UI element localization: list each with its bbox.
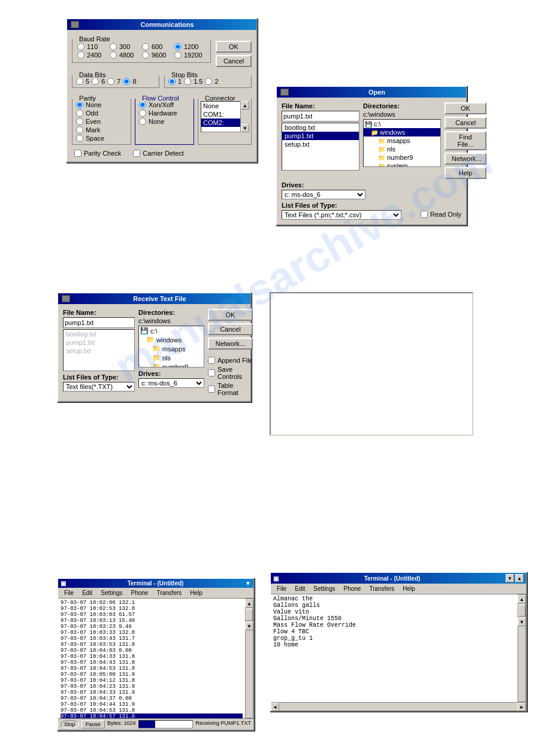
data-6[interactable]: 6 [92, 78, 105, 85]
data-7[interactable]: 7 [107, 78, 120, 85]
terminal-small-menu-settings[interactable]: Settings [97, 589, 126, 597]
connector-com2[interactable]: COM2: [201, 119, 246, 127]
terminal-large-scroll-right[interactable]: ► [518, 703, 526, 711]
open-network-button[interactable]: Network... [445, 153, 486, 165]
terminal-small-scroll-thumb[interactable] [246, 609, 253, 621]
receive-filename-input[interactable] [63, 317, 135, 328]
receive-tree-windows[interactable]: 📁 windows [139, 335, 204, 344]
terminal-stop-button[interactable]: Stop [61, 720, 79, 728]
terminal-large-maximize[interactable]: ▲ [515, 574, 524, 582]
terminal-large-menu-phone[interactable]: Phone [340, 585, 365, 593]
parity-odd[interactable]: Odd [76, 110, 127, 117]
comm-cancel-button[interactable]: Cancel [216, 55, 252, 67]
open-filename-input[interactable] [282, 111, 359, 122]
baud-1200[interactable]: 1200 [174, 43, 205, 50]
receive-table-format[interactable]: Table Format [208, 382, 253, 396]
baud-2400[interactable]: 2400 [77, 51, 108, 59]
receive-cancel-button[interactable]: Cancel [208, 323, 253, 335]
stop-15[interactable]: 1.5 [184, 78, 202, 85]
connector-scroll-up[interactable]: ▲ [241, 101, 249, 110]
open-help-button[interactable]: Help [445, 167, 486, 179]
receive-tree-msapps[interactable]: 📁 msapps [139, 344, 204, 353]
open-file-bootlog[interactable]: bootlog.txt [282, 123, 359, 132]
terminal-small-menu-edit[interactable]: Edit [78, 589, 96, 597]
receive-file-bootlog[interactable]: bootlog.txt [64, 330, 134, 338]
terminal-large-menu-help[interactable]: Help [399, 585, 419, 593]
baud-19200[interactable]: 19200 [174, 51, 205, 59]
terminal-small-menu-phone[interactable]: Phone [128, 589, 152, 597]
data-8[interactable]: 8 [123, 78, 136, 85]
tree-system[interactable]: 📁 system [364, 162, 440, 167]
terminal-large-menu-file[interactable]: File [273, 585, 290, 593]
connector-none[interactable]: None [201, 102, 246, 110]
parity-mark[interactable]: Mark [76, 126, 127, 133]
receive-tree-number9[interactable]: 📁 number9 [139, 362, 204, 368]
receive-drives-select[interactable]: c: ms-dos_6 [138, 378, 204, 388]
receive-tree-nls[interactable]: 📁 nls [139, 353, 204, 362]
receive-file-setup[interactable]: setup.txt [64, 347, 134, 355]
open-findfile-button[interactable]: Find File... [445, 131, 486, 150]
carrier-detect[interactable]: Carrier Detect [133, 150, 183, 157]
tree-number9[interactable]: 📁 number9 [364, 153, 440, 162]
baud-4800[interactable]: 4800 [110, 51, 141, 59]
data-5[interactable]: 5 [76, 78, 89, 85]
receive-network-button[interactable]: Network... [208, 338, 253, 350]
parity-space[interactable]: Space [76, 135, 127, 142]
tree-windows[interactable]: 📁 windows [364, 128, 440, 136]
terminal-small-menu-transfers[interactable]: Transfers [153, 589, 185, 597]
terminal-small-close[interactable]: ▼ [245, 580, 251, 587]
baud-300[interactable]: 300 [110, 43, 141, 50]
terminal-small-menu-help[interactable]: Help [186, 589, 206, 597]
stop-2[interactable]: 2 [205, 78, 218, 85]
open-listtype-select[interactable]: Text Files (*.pm;*.txt;*.csv) [282, 210, 401, 220]
baud-9600[interactable]: 9600 [142, 51, 173, 59]
connector-listbox[interactable]: None COM1: COM2: [201, 101, 246, 132]
terminal-small-scroll-up[interactable]: ▲ [245, 599, 253, 608]
open-drives-select[interactable]: c: ms-dos_6 [282, 190, 365, 199]
terminal-large-scrollbar[interactable]: ▲ ▼ [518, 594, 526, 702]
receive-files-list[interactable]: bootlog.txt pump1.txt setup.txt [63, 329, 135, 371]
terminal-small-scroll-down[interactable]: ▼ [245, 622, 253, 630]
terminal-large-menu-transfers[interactable]: Transfers [365, 585, 398, 593]
tree-nls[interactable]: 📁 nls [364, 145, 440, 153]
stop-1[interactable]: 1 [168, 78, 182, 85]
tree-c[interactable]: 💾 c:\ [364, 120, 440, 128]
baud-110[interactable]: 110 [77, 43, 108, 50]
parity-none[interactable]: None [76, 101, 127, 108]
receive-tree[interactable]: 💾 c:\ 📁 windows 📁 msapps 📁 nls 📁 number9… [138, 326, 204, 368]
terminal-small-scrollbar[interactable]: ▲ ▼ [245, 599, 253, 718]
tree-msapps[interactable]: 📁 msapps [364, 136, 440, 145]
open-files-list[interactable]: bootlog.txt pump1.txt setup.txt [282, 123, 359, 171]
open-cancel-button[interactable]: Cancel [445, 117, 486, 129]
receive-listtype-select[interactable]: Text files(*.TXT) [63, 382, 135, 391]
open-file-pump1[interactable]: pump1.txt [282, 132, 359, 140]
terminal-large-scroll-thumb[interactable] [518, 605, 525, 617]
open-file-setup[interactable]: setup.txt [282, 140, 359, 148]
receive-append-file[interactable]: Append File [208, 357, 253, 364]
terminal-small-menu-file[interactable]: File [61, 589, 77, 597]
terminal-large-minimize[interactable]: ▼ [506, 574, 514, 582]
terminal-large-scroll-down[interactable]: ▼ [518, 618, 526, 626]
terminal-large-scroll-left[interactable]: ◄ [271, 703, 279, 711]
terminal-pause-button[interactable]: Pause [81, 720, 105, 728]
receive-save-controls[interactable]: Save Controls [208, 366, 253, 380]
terminal-large-menu-settings[interactable]: Settings [310, 585, 338, 593]
open-readonly[interactable]: Read Only [421, 211, 461, 218]
flow-hardware[interactable]: Hardware [139, 110, 190, 117]
receive-tree-c[interactable]: 💾 c:\ [139, 326, 204, 335]
receive-file-pump1[interactable]: pump1.txt [64, 338, 134, 347]
flow-xon[interactable]: Xon/Xoff [139, 101, 190, 108]
comm-ok-button[interactable]: OK [216, 41, 252, 53]
terminal-large-hscrollbar[interactable]: ◄ ► [271, 702, 526, 711]
baud-600[interactable]: 600 [142, 43, 173, 50]
connector-scroll-down[interactable]: ▼ [241, 124, 249, 132]
flow-none[interactable]: None [139, 118, 190, 125]
connector-com1[interactable]: COM1: [201, 110, 246, 119]
terminal-large-scroll-up[interactable]: ▲ [518, 595, 526, 603]
parity-check[interactable]: Parity Check [74, 150, 121, 157]
parity-even[interactable]: Even [76, 118, 127, 125]
open-tree[interactable]: 💾 c:\ 📁 windows 📁 msapps 📁 nls 📁 number9 [363, 119, 441, 167]
terminal-large-menu-edit[interactable]: Edit [291, 585, 309, 593]
receive-ok-button[interactable]: OK [208, 309, 253, 321]
open-ok-button[interactable]: OK [445, 102, 486, 114]
